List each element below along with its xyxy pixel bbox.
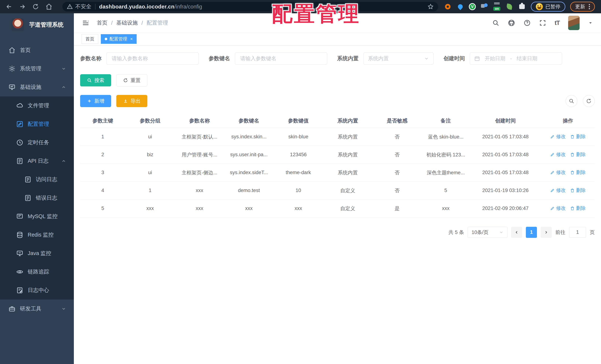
- eye-icon: [16, 268, 23, 275]
- close-icon[interactable]: ×: [130, 37, 133, 41]
- clock-icon: [16, 139, 23, 146]
- param-key-input[interactable]: [235, 52, 327, 65]
- font-size-icon[interactable]: tT: [555, 19, 560, 26]
- extension-squares-icon[interactable]: [480, 3, 488, 11]
- warning-icon: [67, 4, 73, 10]
- extension-puzzle-icon[interactable]: [518, 3, 526, 11]
- page-size-select[interactable]: 10条/页: [468, 227, 507, 238]
- delete-link[interactable]: 删除: [570, 187, 586, 193]
- edit-link[interactable]: 修改: [550, 205, 566, 212]
- edit-link[interactable]: 修改: [550, 133, 566, 140]
- caret-down-icon[interactable]: [588, 20, 593, 25]
- sidebar-item-config-management[interactable]: 配置管理: [0, 115, 74, 133]
- site-security[interactable]: 不安全: [67, 3, 91, 10]
- table-row: 5xxxxxxxxxxxx自定义是xxx2021-02-09 20:06:47 …: [80, 200, 595, 217]
- home-icon[interactable]: [45, 2, 53, 11]
- security-label: 不安全: [75, 3, 91, 10]
- reload-icon[interactable]: [31, 2, 40, 11]
- paused-profile-badge[interactable]: 已暂停: [531, 2, 565, 12]
- param-name-input[interactable]: [106, 52, 199, 65]
- delete-icon: [570, 134, 575, 139]
- extension-donut-icon[interactable]: [444, 3, 452, 11]
- back-icon[interactable]: [5, 2, 13, 11]
- app-logo-row[interactable]: 芋道管理系统: [0, 13, 74, 36]
- forward-icon[interactable]: [18, 2, 27, 11]
- help-icon[interactable]: [524, 19, 531, 26]
- table-row: 1ui主框架页-默认...sys.index.skin...skin-blue系…: [80, 128, 595, 146]
- mysql-monitor-icon: [16, 213, 23, 220]
- search-button[interactable]: 搜索: [80, 74, 111, 86]
- browser-update-button[interactable]: 更新: [570, 2, 595, 12]
- next-page-button[interactable]: [541, 227, 552, 238]
- config-table: 参数主键 参数分组 参数名称 参数键名 参数键值 系统内置 是否敏感 备注 创建…: [80, 114, 595, 218]
- chevron-up-icon: [61, 159, 66, 163]
- breadcrumb-infra[interactable]: 基础设施: [116, 19, 138, 27]
- sidebar-item-home[interactable]: 首页: [0, 41, 74, 60]
- sidebar-item-log-center[interactable]: 日志中心: [0, 281, 74, 300]
- page-content: 参数名称 参数键名 系统内置 系统内置 创建时间: [74, 45, 601, 364]
- delete-link[interactable]: 删除: [570, 133, 586, 140]
- refresh-table-button[interactable]: [583, 95, 595, 107]
- breadcrumb-home[interactable]: 首页: [97, 19, 108, 27]
- address-bar[interactable]: 不安全 dashboard.yudao.iocoder.cn /infra/co…: [62, 2, 438, 11]
- download-icon: [123, 99, 128, 103]
- extension-on-icon[interactable]: on: [493, 3, 501, 11]
- sidebar-item-redis-monitor[interactable]: Redis 监控: [0, 226, 74, 244]
- chevron-down-icon: [61, 66, 66, 71]
- document-edit-icon: [16, 158, 23, 164]
- toggle-search-button[interactable]: [566, 95, 577, 107]
- page-number-current[interactable]: 1: [526, 227, 537, 238]
- prev-page-button[interactable]: [511, 227, 522, 238]
- refresh-icon: [586, 98, 591, 104]
- edit-link[interactable]: 修改: [550, 169, 566, 176]
- edit-link[interactable]: 修改: [550, 151, 566, 158]
- search-icon[interactable]: [492, 19, 499, 26]
- github-icon[interactable]: [508, 19, 515, 27]
- user-avatar[interactable]: [568, 16, 580, 30]
- reset-button[interactable]: 重置: [116, 74, 147, 86]
- sidebar-item-file-management[interactable]: 文件管理: [0, 96, 74, 115]
- search-icon: [87, 78, 92, 83]
- col-sensitive: 是否敏感: [372, 114, 422, 128]
- sidebar-item-api-log[interactable]: API 日志: [0, 152, 74, 170]
- hamburger-icon[interactable]: [82, 19, 89, 27]
- date-start-placeholder: 开始日期: [485, 55, 505, 62]
- total-count: 共 5 条: [449, 229, 464, 236]
- filter-form: 参数名称 参数键名 系统内置 系统内置 创建时间: [80, 52, 595, 65]
- delete-icon: [570, 188, 575, 193]
- sidebar-item-java-monitor[interactable]: Java 监控: [0, 244, 74, 263]
- menu-dots-icon[interactable]: [589, 4, 590, 9]
- builtin-select[interactable]: 系统内置: [363, 52, 433, 65]
- sidebar-item-scheduled-jobs[interactable]: 定时任务: [0, 133, 74, 152]
- table-row: 41xxxdemo.test10自定义否52021-01-19 03:10:26…: [80, 182, 595, 200]
- extension-pin-icon[interactable]: [456, 3, 464, 11]
- bookmark-star-icon[interactable]: [427, 3, 434, 10]
- delete-link[interactable]: 删除: [570, 151, 586, 158]
- delete-link[interactable]: 删除: [570, 205, 586, 212]
- export-button[interactable]: 导出: [116, 95, 147, 107]
- goto-page-input[interactable]: [569, 227, 586, 238]
- sidebar-item-mysql-monitor[interactable]: MySQL 监控: [0, 207, 74, 226]
- edit-icon: [550, 134, 555, 139]
- tag-home[interactable]: 首页: [82, 34, 98, 44]
- date-range-picker[interactable]: 开始日期 - 结束日期: [470, 52, 562, 65]
- fullscreen-icon[interactable]: [539, 19, 546, 26]
- sidebar: 芋道管理系统 首页 系统管理 基础设施 文件管理: [0, 13, 74, 364]
- tag-config-management[interactable]: 配置管理 ×: [101, 34, 137, 44]
- edit-link[interactable]: 修改: [550, 187, 566, 193]
- col-param-value: 参数键值: [274, 114, 323, 128]
- delete-link[interactable]: 删除: [570, 169, 586, 176]
- extension-leaf-icon[interactable]: [505, 3, 513, 11]
- sidebar-item-system[interactable]: 系统管理: [0, 60, 74, 78]
- add-button[interactable]: 新增: [80, 95, 111, 107]
- sidebar-item-error-log[interactable]: 错误日志: [0, 189, 74, 207]
- sidebar-item-dev-tools[interactable]: 研发工具: [0, 300, 74, 318]
- extension-check-icon[interactable]: V: [469, 3, 476, 10]
- briefcase-icon: [9, 305, 16, 312]
- delete-icon: [570, 206, 575, 211]
- sidebar-item-infra[interactable]: 基础设施: [0, 78, 74, 96]
- sidebar-item-access-log[interactable]: 访问日志: [0, 170, 74, 189]
- url-host: dashboard.yudao.iocoder.cn: [99, 4, 174, 10]
- table-row: 2biz用户管理-账号...sys.user.init-pa...123456系…: [80, 146, 595, 164]
- sidebar-item-tracing[interactable]: 链路追踪: [0, 263, 74, 281]
